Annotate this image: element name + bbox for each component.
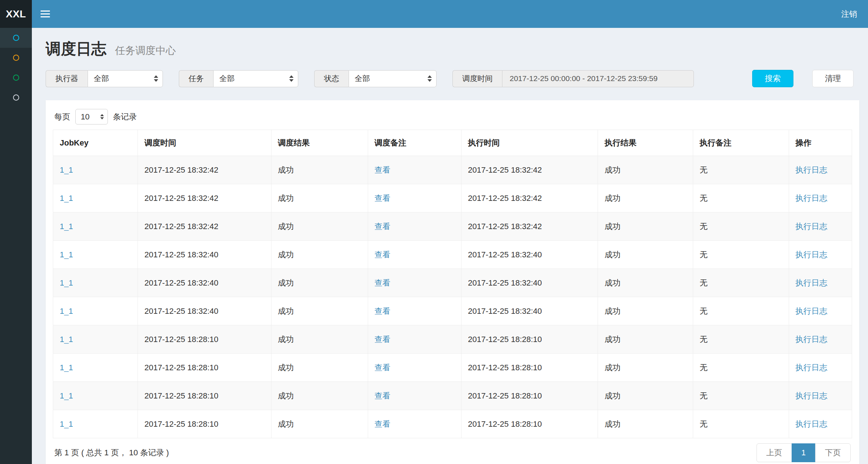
- sidebar-item-4[interactable]: [0, 88, 32, 107]
- exec-log-link[interactable]: 执行日志: [796, 363, 827, 372]
- exec-log-link-cell: 执行日志: [789, 325, 852, 354]
- clear-button[interactable]: 清理: [812, 70, 854, 87]
- trigger-msg-link-cell: 查看: [368, 184, 461, 212]
- page-title: 调度日志 任务调度中心: [46, 39, 859, 59]
- page-subtitle: 任务调度中心: [115, 45, 176, 56]
- sidebar-menu: [0, 28, 32, 107]
- exec-log-link-cell: 执行日志: [789, 354, 852, 382]
- trigger-time-cell: 2017-12-25 18:32:42: [138, 156, 271, 184]
- jobkey-link[interactable]: 1_1: [60, 278, 73, 287]
- executor-filter-label: 执行器: [46, 70, 88, 87]
- app-logo[interactable]: XXL: [0, 0, 32, 28]
- executor-select[interactable]: 全部: [88, 70, 163, 87]
- trigger-result-cell: 成功: [271, 241, 368, 269]
- exec-log-link[interactable]: 执行日志: [796, 250, 827, 259]
- handle-result-cell: 成功: [598, 297, 693, 325]
- status-select[interactable]: 全部: [349, 70, 437, 87]
- col-header-action: 操作: [789, 130, 852, 156]
- handle-msg-cell: 无: [693, 297, 789, 325]
- top-navbar: XXL 注销: [0, 0, 868, 28]
- exec-log-link[interactable]: 执行日志: [796, 222, 827, 231]
- search-button[interactable]: 搜索: [752, 70, 793, 87]
- exec-log-link-cell: 执行日志: [789, 269, 852, 297]
- next-page-button[interactable]: 下页: [815, 443, 851, 462]
- job-filter-label: 任务: [179, 70, 213, 87]
- handle-result-cell: 成功: [598, 241, 693, 269]
- trigger-time-range-input[interactable]: [502, 70, 694, 87]
- table-footer: 第 1 页 ( 总共 1 页， 10 条记录 ) 上页 1 下页: [53, 443, 852, 462]
- trigger-msg-link[interactable]: 查看: [375, 363, 391, 372]
- handle-result-cell: 成功: [598, 354, 693, 382]
- table-row: 1_12017-12-25 18:32:42成功查看2017-12-25 18:…: [53, 156, 852, 184]
- sidebar-item-1[interactable]: [0, 28, 32, 48]
- page-size-select[interactable]: 10: [75, 109, 108, 125]
- jobkey-link[interactable]: 1_1: [60, 307, 73, 316]
- handle-msg-cell: 无: [693, 184, 789, 212]
- sidebar-item-2[interactable]: [0, 48, 32, 68]
- jobkey-link[interactable]: 1_1: [60, 335, 73, 344]
- jobkey-link[interactable]: 1_1: [60, 363, 73, 372]
- executor-filter-group: 执行器 全部: [46, 70, 163, 87]
- jobkey-link-cell: 1_1: [53, 410, 138, 438]
- trigger-msg-link[interactable]: 查看: [375, 194, 391, 203]
- trigger-msg-link[interactable]: 查看: [375, 250, 391, 259]
- trigger-time-filter-label: 调度时间: [452, 70, 502, 87]
- trigger-msg-link[interactable]: 查看: [375, 278, 391, 287]
- exec-log-link[interactable]: 执行日志: [796, 165, 827, 174]
- jobkey-link[interactable]: 1_1: [60, 419, 73, 429]
- handle-time-cell: 2017-12-25 18:32:40: [461, 269, 598, 297]
- select-stepper-icon: [100, 114, 104, 119]
- jobkey-link[interactable]: 1_1: [60, 194, 73, 203]
- content-wrapper: 调度日志 任务调度中心 执行器 全部 任务 全部 状态 全部: [32, 0, 868, 464]
- job-select[interactable]: 全部: [213, 70, 298, 87]
- trigger-msg-link[interactable]: 查看: [375, 307, 391, 316]
- page-size-prefix: 每页: [54, 111, 70, 122]
- jobkey-link[interactable]: 1_1: [60, 250, 73, 259]
- jobkey-link[interactable]: 1_1: [60, 391, 73, 400]
- exec-log-link[interactable]: 执行日志: [796, 335, 827, 344]
- trigger-msg-link-cell: 查看: [368, 354, 461, 382]
- trigger-msg-link[interactable]: 查看: [375, 335, 391, 344]
- handle-msg-cell: 无: [693, 354, 789, 382]
- exec-log-link-cell: 执行日志: [789, 410, 852, 438]
- logout-link[interactable]: 注销: [830, 0, 868, 28]
- exec-log-link[interactable]: 执行日志: [796, 307, 827, 316]
- trigger-msg-link[interactable]: 查看: [375, 391, 391, 400]
- page-title-text: 调度日志: [46, 40, 106, 57]
- exec-log-link[interactable]: 执行日志: [796, 419, 827, 429]
- sidebar-toggle-button[interactable]: [32, 0, 59, 28]
- table-row: 1_12017-12-25 18:28:10成功查看2017-12-25 18:…: [53, 325, 852, 354]
- log-table-box: 每页 10 条记录 JobKey 调度时间 调度结果 调度备注 执行时间 执行结…: [46, 100, 859, 464]
- exec-log-link[interactable]: 执行日志: [796, 194, 827, 203]
- sidebar-item-3[interactable]: [0, 68, 32, 88]
- trigger-result-cell: 成功: [271, 410, 368, 438]
- exec-log-link[interactable]: 执行日志: [796, 391, 827, 400]
- trigger-msg-link[interactable]: 查看: [375, 165, 391, 174]
- jobkey-link-cell: 1_1: [53, 156, 138, 184]
- prev-page-button[interactable]: 上页: [757, 443, 792, 462]
- handle-msg-cell: 无: [693, 241, 789, 269]
- jobkey-link-cell: 1_1: [53, 184, 138, 212]
- trigger-time-cell: 2017-12-25 18:32:40: [138, 297, 271, 325]
- exec-log-link-cell: 执行日志: [789, 241, 852, 269]
- trigger-msg-link[interactable]: 查看: [375, 222, 391, 231]
- current-page-button[interactable]: 1: [792, 443, 816, 462]
- trigger-result-cell: 成功: [271, 382, 368, 410]
- handle-result-cell: 成功: [598, 184, 693, 212]
- col-header-handle-msg: 执行备注: [693, 130, 789, 156]
- trigger-result-cell: 成功: [271, 297, 368, 325]
- trigger-result-cell: 成功: [271, 269, 368, 297]
- jobkey-link[interactable]: 1_1: [60, 165, 73, 174]
- trigger-result-cell: 成功: [271, 212, 368, 241]
- jobkey-link[interactable]: 1_1: [60, 222, 73, 231]
- trigger-msg-link-cell: 查看: [368, 382, 461, 410]
- handle-result-cell: 成功: [598, 325, 693, 354]
- trigger-msg-link[interactable]: 查看: [375, 419, 391, 429]
- trigger-msg-link-cell: 查看: [368, 325, 461, 354]
- trigger-result-cell: 成功: [271, 184, 368, 212]
- page-size-control: 每页 10 条记录: [53, 107, 852, 130]
- handle-msg-cell: 无: [693, 325, 789, 354]
- table-row: 1_12017-12-25 18:28:10成功查看2017-12-25 18:…: [53, 354, 852, 382]
- col-header-trigger-time: 调度时间: [138, 130, 271, 156]
- exec-log-link[interactable]: 执行日志: [796, 278, 827, 287]
